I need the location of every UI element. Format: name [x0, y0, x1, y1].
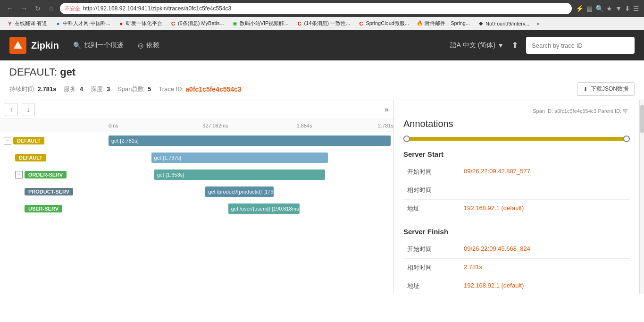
bookmark-youdao[interactable]: Y 在线翻译·有道	[4, 19, 50, 28]
right-scrollbar[interactable]	[639, 100, 644, 294]
back-button[interactable]: ←	[5, 4, 15, 13]
trace-search-input[interactable]	[526, 37, 635, 54]
span-bar-0[interactable]: get [2.781s]	[109, 136, 391, 146]
lightning-icon[interactable]: ⚡	[576, 5, 584, 12]
span-bar-4[interactable]: get /user/{userid} [190.818ms]	[228, 203, 300, 214]
nav-dependencies[interactable]: ◎ 依赖	[138, 41, 159, 50]
annotation-finish-label: 开始时间	[403, 240, 460, 259]
chevron-down-lang-icon: ▼	[497, 42, 504, 49]
nav-find-trace[interactable]: 🔍 找到一个痕迹	[73, 41, 124, 50]
server-start-title: Server Start	[403, 150, 630, 158]
span-bar-col-0: get [2.781s]	[109, 132, 393, 149]
service-badge-user[interactable]: USER-SERV	[25, 205, 62, 212]
service-badge-product[interactable]: PRODUCT-SERV	[25, 188, 73, 195]
list-item: 地址 192.168.92.1 (default)	[403, 200, 630, 218]
bookmark-zhongke[interactable]: ● 中科人才网-中国科...	[52, 19, 113, 28]
deps-nav-icon: ◎	[138, 42, 143, 49]
annotation-value: 09/26 22:09:42.887_577	[460, 163, 630, 181]
duration-label: 持续时间:	[9, 85, 36, 93]
annotation-label-addr: 地址	[403, 200, 460, 218]
bookmark-label-notfound9: NotFound9/interv...	[485, 21, 529, 26]
collapse-down-button[interactable]: ↓	[22, 103, 35, 116]
annotation-value-addr[interactable]: 192.168.92.1 (default)	[460, 200, 630, 218]
collapse-up-button[interactable]: ↑	[5, 103, 18, 116]
table-row[interactable]: USER-SERV get /user/{userid} [190.818ms]	[0, 200, 393, 217]
bookmark-mybatis[interactable]: C (6条消息) MyBatis...	[167, 19, 227, 28]
annotation-value-relative	[460, 181, 630, 200]
more-bookmarks-label: »	[537, 21, 540, 26]
search-icon[interactable]: 🔍	[595, 5, 603, 12]
bookmark-springcloud[interactable]: C SpringCloud微服...	[355, 19, 412, 28]
bookmark-more[interactable]: »	[534, 20, 543, 27]
service-badge-default-child[interactable]: DEFAULT	[15, 154, 46, 161]
refresh-button[interactable]: ↻	[33, 4, 42, 13]
span-label-col-1: DEFAULT	[0, 154, 109, 161]
download-json-button[interactable]: ⬇ 下载JSON数据	[577, 82, 635, 96]
trace-operation: get	[60, 66, 75, 78]
logo-icon	[9, 37, 26, 54]
app-logo: Zipkin	[9, 37, 59, 54]
forward-button[interactable]: →	[19, 4, 29, 13]
url-text: http://192.168.92.104:9411/zipkin/traces…	[83, 5, 231, 12]
span-bar-2[interactable]: get [1.653s]	[154, 169, 325, 180]
table-row[interactable]: PRODUCT-SERV get /product/{productid} [1…	[0, 183, 393, 200]
span-bar-col-3: get /product/{productid} [179.704ms]	[109, 183, 393, 200]
trace-meta: 持续时间: 2.781s 服务: 4 深度: 3 Span总数: 5 Trace…	[9, 82, 635, 96]
table-row[interactable]: − DEFAULT get [2.781s]	[0, 132, 393, 149]
spans-total-value: 5	[148, 85, 151, 93]
span-label-col-0: − DEFAULT	[0, 137, 109, 144]
annotations-panel: Span ID: a0fc1c5fe4c554c3 Parent ID: 空 A…	[394, 100, 639, 294]
bookmark-notfound9[interactable]: ◆ NotFound9/interv...	[475, 19, 532, 28]
nav-find-label: 找到一个痕迹	[84, 41, 124, 50]
upload-button[interactable]: ⬆	[511, 40, 519, 51]
bookmark-label-youdao: 在线翻译·有道	[15, 20, 47, 27]
service-badge-order[interactable]: ORDER-SERV	[25, 171, 67, 178]
bookmark-springmail[interactable]: 🔥 附件邮件，Spring...	[414, 19, 473, 28]
traceid-label: Trace ID:	[159, 85, 184, 93]
scrollbar-thumb[interactable]	[640, 105, 644, 133]
span-bar-1[interactable]: get [1.737s]	[151, 153, 328, 163]
trace-title: DEFAULT: get	[9, 66, 635, 78]
span-bar-col-2: get [1.653s]	[109, 166, 393, 183]
span-toggle-0[interactable]: −	[4, 137, 11, 144]
annotation-timeline-slider[interactable]	[403, 137, 630, 141]
annotation-finish-label-addr: 地址	[403, 277, 460, 294]
slider-thumb-right[interactable]	[623, 136, 630, 142]
annotation-label: 开始时间	[403, 163, 460, 181]
depth-value: 3	[107, 85, 110, 93]
expand-panel-button[interactable]: »	[385, 105, 389, 114]
bookmark-icon-youdao: Y	[7, 20, 13, 27]
download-icon[interactable]: ⬇	[625, 5, 630, 12]
table-row[interactable]: DEFAULT get [1.737s]	[0, 149, 393, 166]
list-item: 开始时间 09/26 22:09:42.887_577	[403, 163, 630, 181]
bookmark-icon-shuma: ◉	[232, 20, 238, 27]
trace-header: DEFAULT: get 持续时间: 2.781s 服务: 4 深度: 3 Sp…	[0, 60, 644, 100]
spans-toolbar: ↑ ↓ »	[0, 100, 393, 119]
chevron-down-icon[interactable]: ▼	[615, 5, 622, 12]
scale-marker-1: 927.082ms	[202, 123, 228, 128]
service-badge-default-root[interactable]: DEFAULT	[13, 137, 44, 144]
bookmark-icon-zhongke: ●	[55, 20, 61, 27]
annotation-finish-value-addr[interactable]: 192.168.92.1 (default)	[460, 277, 630, 294]
table-row[interactable]: − ORDER-SERV get [1.653s]	[0, 166, 393, 183]
bookmark-consistency[interactable]: C (14条消息) 一致性...	[293, 19, 353, 28]
span-toggle-2[interactable]: −	[15, 171, 23, 178]
span-bar-3[interactable]: get /product/{productid} [179.704ms]	[205, 186, 274, 197]
services-meta: 服务: 4	[64, 85, 83, 93]
app-title-text: Zipkin	[31, 40, 59, 51]
star-icon[interactable]: ★	[606, 5, 612, 12]
language-selector[interactable]: 語A 中文 (简体) ▼	[450, 41, 504, 50]
bookmark-shumaVIP[interactable]: ◉ 数码小站VIP视频解...	[229, 19, 292, 28]
url-bar[interactable]: 不安全 http://192.168.92.104:9411/zipkin/tr…	[60, 3, 572, 14]
menu-icon[interactable]: ☰	[633, 5, 639, 12]
bookmark-label-springmail: 附件邮件，Spring...	[425, 20, 470, 27]
slider-thumb-left[interactable]	[403, 136, 410, 142]
bookmark-devplatform[interactable]: ● 研发一体化平台	[115, 19, 165, 28]
annotations-container: Span ID: a0fc1c5fe4c554c3 Parent ID: 空 A…	[394, 100, 644, 294]
grid-icon[interactable]: ▦	[586, 5, 593, 12]
annotation-label-relative: 相对时间	[403, 181, 460, 200]
header-right: 語A 中文 (简体) ▼ ⬆	[450, 37, 635, 54]
nav-deps-label: 依赖	[146, 41, 159, 50]
list-item: 相对时间 2.781s	[403, 259, 630, 277]
bookmark-button[interactable]: ☆	[46, 4, 56, 13]
